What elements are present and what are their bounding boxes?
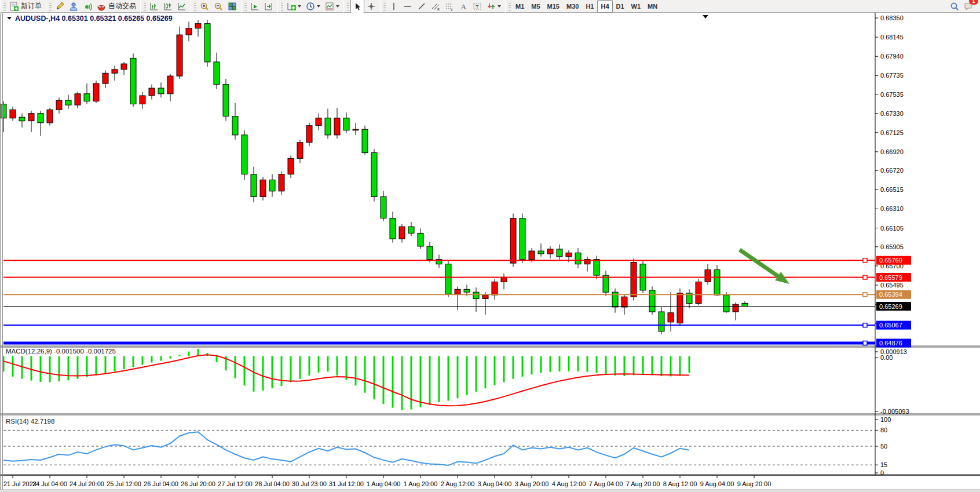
timeframe-M30-button[interactable]: M30 — [563, 0, 582, 13]
level-price-tag-label: 0.65579 — [879, 274, 902, 281]
time-tick-label: 1 Aug 20:00 — [404, 480, 438, 487]
candle-body — [232, 116, 238, 135]
candle-body — [557, 249, 562, 257]
candle-body — [520, 218, 525, 260]
candle-body — [56, 100, 62, 110]
chevron-down-icon[interactable] — [317, 5, 320, 8]
line-handle[interactable] — [863, 275, 867, 279]
timeframe-M1-button[interactable]: M1 — [512, 0, 528, 13]
axis-tick-label: 0.67535 — [880, 91, 904, 98]
channel-button[interactable]: E — [429, 0, 443, 13]
level-price-tag-label: 0.65394 — [879, 291, 902, 298]
chart-area[interactable]: AUDUSD-,H4 0.65301 0.65321 0.65265 0.652… — [0, 13, 980, 492]
text-button[interactable]: A — [456, 0, 470, 13]
fibonacci-button[interactable]: F — [443, 0, 456, 13]
timeframe-group: M1M5M15M30H1H4D1W1MN — [505, 0, 663, 13]
tile-windows-button[interactable] — [225, 0, 239, 13]
chevron-down-icon[interactable] — [298, 5, 301, 8]
rsi-scale-label: 0 — [880, 469, 884, 476]
axis-tick-label: 0.68350 — [880, 14, 904, 21]
level-price-tag-label: 0.64876 — [879, 340, 902, 347]
chart-background — [0, 13, 980, 492]
timeframe-MN-button[interactable]: MN — [644, 0, 661, 13]
line-handle[interactable] — [863, 293, 867, 297]
zoom-out-button[interactable] — [211, 0, 225, 13]
toolbar-grip — [49, 2, 52, 11]
crosshair-button[interactable] — [364, 0, 378, 13]
arrows-button[interactable] — [484, 0, 503, 13]
candle-body — [140, 96, 145, 104]
hline-icon — [403, 2, 412, 11]
candle-body — [381, 196, 386, 218]
candle-body — [473, 292, 479, 298]
chart-canvas[interactable]: AUDUSD-,H4 0.65301 0.65321 0.65265 0.652… — [0, 13, 980, 492]
cursor-button[interactable] — [350, 0, 364, 13]
chevron-down-icon[interactable] — [336, 5, 339, 8]
horizontal-line-button[interactable] — [401, 0, 415, 13]
text-label-button[interactable]: T — [470, 0, 484, 13]
chart-shift-button[interactable] — [262, 0, 276, 13]
line-handle[interactable] — [863, 323, 867, 327]
horizontal-scrollbar[interactable] — [0, 490, 980, 492]
drawing-button[interactable] — [53, 0, 67, 13]
line-handle[interactable] — [863, 258, 867, 263]
time-tick-label: 7 Aug 20:00 — [626, 480, 660, 487]
toolbar-grip — [347, 2, 349, 11]
candle-body — [733, 304, 738, 312]
signals-button[interactable] — [81, 0, 94, 13]
tile-windows-icon — [228, 2, 237, 11]
candle-body — [242, 135, 247, 174]
chat-button[interactable]: 1 — [961, 0, 975, 13]
indicators-icon — [287, 2, 296, 11]
timeframe-H4-button[interactable]: H4 — [597, 0, 612, 13]
candle-body — [621, 297, 627, 307]
templates-button[interactable] — [323, 0, 342, 13]
time-tick-label: 2 Aug 12:00 — [441, 480, 475, 487]
candle-body — [723, 295, 729, 312]
trendline-button[interactable] — [415, 0, 429, 13]
indicators-button[interactable] — [284, 0, 303, 13]
candle-body — [279, 174, 284, 191]
toolbar-group — [241, 0, 277, 13]
line-handle[interactable] — [863, 341, 867, 345]
vertical-line-button[interactable] — [387, 0, 401, 13]
rsi-scale-label: 50 — [880, 443, 887, 450]
time-tick-label: 1 Aug 04:00 — [367, 480, 401, 487]
rsi-label: RSI(14) 42.7198 — [6, 418, 54, 425]
candle-body — [223, 85, 229, 116]
macd-scale-label: 0.00 — [880, 354, 893, 361]
bar-chart-button[interactable] — [147, 0, 161, 13]
timeframe-W1-button[interactable]: W1 — [628, 0, 645, 13]
search-button[interactable] — [948, 0, 961, 13]
candle-body — [343, 118, 349, 130]
timeframe-D1-button[interactable]: D1 — [613, 0, 628, 13]
timeframe-M5-button[interactable]: M5 — [528, 0, 543, 13]
time-tick-label: 30 Jul 23:00 — [292, 480, 327, 487]
candle-body — [269, 180, 275, 191]
mt4-window: 新订单自动交易EFATM1M5M15M30H1H4D1W1MN1 AUDUSD-… — [0, 0, 980, 492]
current-price-tag-label: 0.65269 — [879, 303, 902, 310]
candle-body — [353, 129, 359, 130]
channel-icon: E — [431, 2, 440, 11]
zoom-in-button[interactable] — [198, 0, 211, 13]
candle-body — [1, 104, 6, 118]
new-order-button[interactable]: 新订单 — [7, 0, 44, 13]
axis-tick-label: 0.68145 — [880, 34, 904, 41]
time-tick-label: 25 Jul 12:00 — [107, 480, 141, 487]
periods-button[interactable] — [303, 0, 323, 13]
candle-chart-button[interactable] — [161, 0, 175, 13]
line-chart-button[interactable] — [175, 0, 189, 13]
timeframe-H1-button[interactable]: H1 — [582, 0, 597, 13]
time-tick-label: 24 Jul 20:00 — [70, 480, 104, 487]
candle-body — [65, 100, 71, 105]
auto-trading-button-label: 自动交易 — [108, 1, 136, 11]
auto-trading-button[interactable]: 自动交易 — [94, 0, 138, 13]
trendline-icon — [417, 2, 426, 11]
level-price-tag-label: 0.65760 — [879, 257, 902, 264]
auto-scroll-button[interactable] — [248, 0, 262, 13]
macd-label: MACD(12,26,9) -0.001500 -0.001725 — [6, 348, 116, 355]
profiles-button[interactable] — [67, 0, 81, 13]
time-tick-label: 26 Jul 20:00 — [181, 480, 215, 487]
timeframe-M15-button[interactable]: M15 — [544, 0, 563, 13]
chevron-down-icon[interactable] — [498, 5, 501, 8]
